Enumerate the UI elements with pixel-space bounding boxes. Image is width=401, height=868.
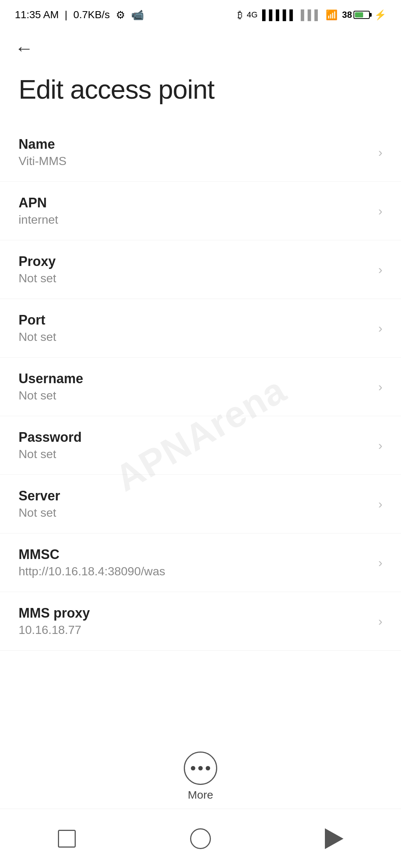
item-label: Name <box>19 137 371 152</box>
item-value: 10.16.18.77 <box>19 623 371 637</box>
settings-item[interactable]: MMS proxy 10.16.18.77 › <box>0 592 401 651</box>
signal-bars-icon: ▌▌▌▌▌ <box>262 9 296 21</box>
item-content: Password Not set <box>19 430 371 461</box>
page-title: Edit access point <box>0 67 401 123</box>
item-value: Not set <box>19 447 371 461</box>
charge-icon: ⚡ <box>374 9 386 21</box>
back-arrow-icon: ← <box>15 39 33 57</box>
separator: | <box>65 9 67 21</box>
item-value: Not set <box>19 272 371 285</box>
camera-icon: 📹 <box>131 9 144 21</box>
status-bar: 11:35 AM | 0.7KB/s ⚙ 📹 ₿ 4G ▌▌▌▌▌ ▌▌▌ 📶 … <box>0 0 401 30</box>
chevron-right-icon: › <box>378 438 382 453</box>
signal-4g-icon: 4G <box>247 10 258 20</box>
chevron-right-icon: › <box>378 321 382 335</box>
settings-item[interactable]: MMSC http://10.16.18.4:38090/was › <box>0 533 401 592</box>
item-label: Proxy <box>19 254 371 269</box>
item-label: MMS proxy <box>19 605 371 621</box>
back-icon <box>325 828 343 849</box>
item-value: Not set <box>19 389 371 402</box>
time-text: 11:35 AM <box>15 9 59 21</box>
more-circle-icon <box>184 752 217 785</box>
more-label: More <box>188 789 213 801</box>
item-content: Proxy Not set <box>19 254 371 285</box>
item-content: MMS proxy 10.16.18.77 <box>19 605 371 637</box>
nav-bar <box>0 809 401 868</box>
battery-indicator: 38 <box>342 10 370 20</box>
battery-percent: 38 <box>342 10 352 20</box>
item-label: Server <box>19 488 371 504</box>
item-value: Viti-MMS <box>19 154 371 168</box>
item-label: MMSC <box>19 547 371 562</box>
nav-home-button[interactable] <box>182 820 219 857</box>
settings-item[interactable]: Server Not set › <box>0 475 401 533</box>
item-content: MMSC http://10.16.18.4:38090/was <box>19 547 371 578</box>
recents-icon <box>58 830 76 848</box>
item-content: Server Not set <box>19 488 371 520</box>
settings-item[interactable]: Name Viti-MMS › <box>0 123 401 182</box>
status-right: ₿ 4G ▌▌▌▌▌ ▌▌▌ 📶 38 ⚡ <box>238 9 386 21</box>
chevron-right-icon: › <box>378 145 382 160</box>
signal-bars-2-icon: ▌▌▌ <box>301 9 321 21</box>
wifi-icon: 📶 <box>326 9 338 21</box>
settings-item[interactable]: Password Not set › <box>0 416 401 475</box>
chevron-right-icon: › <box>378 204 382 218</box>
nav-recents-button[interactable] <box>48 820 85 857</box>
chevron-right-icon: › <box>378 262 382 277</box>
item-content: Username Not set <box>19 371 371 402</box>
item-label: Port <box>19 312 371 328</box>
back-button[interactable]: ← <box>11 35 37 61</box>
toolbar: ← <box>0 30 401 67</box>
item-value: Not set <box>19 506 371 520</box>
item-value: http://10.16.18.4:38090/was <box>19 565 371 578</box>
item-content: Port Not set <box>19 312 371 344</box>
item-value: Not set <box>19 330 371 344</box>
settings-item[interactable]: APN internet › <box>0 182 401 240</box>
item-value: internet <box>19 213 371 227</box>
chevron-right-icon: › <box>378 379 382 394</box>
item-content: APN internet <box>19 195 371 227</box>
settings-icon: ⚙ <box>116 9 125 21</box>
battery-fill <box>355 12 363 17</box>
speed-text: 0.7KB/s <box>74 9 110 21</box>
nav-back-button[interactable] <box>316 820 353 857</box>
battery-shape <box>353 11 370 19</box>
settings-list: Name Viti-MMS › APN internet › Proxy Not… <box>0 123 401 651</box>
chevron-right-icon: › <box>378 614 382 628</box>
item-label: Password <box>19 430 371 445</box>
bluetooth-icon: ₿ <box>238 9 242 21</box>
settings-item[interactable]: Username Not set › <box>0 358 401 416</box>
more-button[interactable]: More <box>184 752 217 801</box>
item-content: Name Viti-MMS <box>19 137 371 168</box>
status-left: 11:35 AM | 0.7KB/s ⚙ 📹 <box>15 9 144 21</box>
item-label: APN <box>19 195 371 211</box>
home-icon <box>190 828 211 849</box>
item-label: Username <box>19 371 371 387</box>
settings-item[interactable]: Proxy Not set › <box>0 240 401 299</box>
chevron-right-icon: › <box>378 497 382 511</box>
more-dots-icon <box>191 766 210 770</box>
chevron-right-icon: › <box>378 555 382 570</box>
settings-item[interactable]: Port Not set › <box>0 299 401 358</box>
